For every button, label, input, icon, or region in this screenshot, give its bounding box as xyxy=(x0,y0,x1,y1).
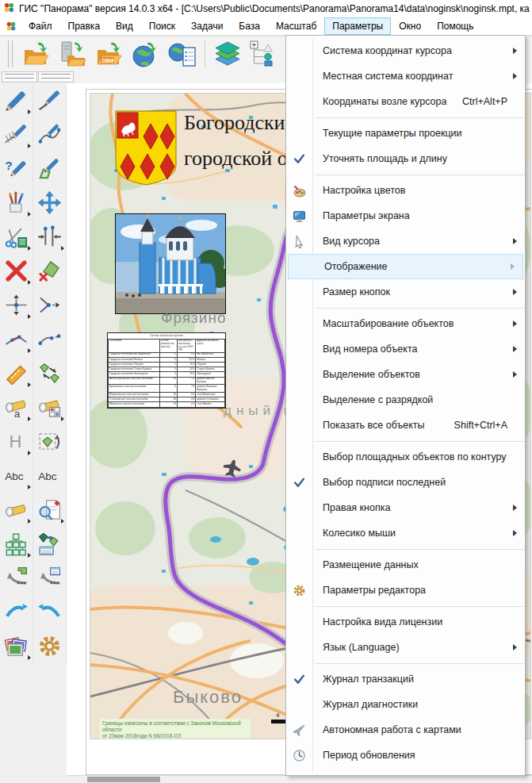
highlight-object-button[interactable] xyxy=(0,493,33,527)
redo-button[interactable] xyxy=(0,595,33,629)
menu-item-color-settings[interactable]: Настройка цветов xyxy=(286,178,525,203)
menu-item-diagnostics-log[interactable]: Журнал диагностики xyxy=(286,692,525,717)
menu-item-mouse-wheel[interactable]: Колесико мыши xyxy=(286,520,525,546)
menu-item-object-scaling[interactable]: Масштабирование объектов xyxy=(286,311,525,336)
measure-ruler-button[interactable] xyxy=(0,356,33,390)
menu-parameters[interactable]: Параметры xyxy=(324,17,391,35)
open-from-server-button[interactable] xyxy=(55,38,90,70)
draw-unknown-button[interactable]: ? xyxy=(0,152,33,186)
snap-points-button[interactable] xyxy=(33,220,67,254)
object-tree-button[interactable] xyxy=(0,527,33,561)
abc-text-icon: Abc xyxy=(4,463,29,488)
image-stack-button[interactable] xyxy=(0,629,33,663)
edit-spline-button[interactable] xyxy=(33,322,67,356)
undo-button[interactable] xyxy=(33,595,67,629)
menu-separator xyxy=(286,114,525,121)
polygons-panel-icon xyxy=(37,532,62,556)
svg-text:Abc: Abc xyxy=(5,470,24,482)
layers-icon xyxy=(212,40,243,68)
menu-item-right-button[interactable]: Правая кнопка xyxy=(286,495,525,520)
menu-item-offline-maps[interactable]: Автономная работа с картами xyxy=(286,717,525,743)
menu-item-cursor-view[interactable]: Вид курсора xyxy=(286,228,525,254)
menu-help[interactable]: Помощь xyxy=(429,17,481,35)
submenu-arrow-icon xyxy=(513,505,517,511)
menu-item-local-coord-system[interactable]: Местная система координат xyxy=(286,63,525,89)
align-vertex-button[interactable] xyxy=(0,288,33,322)
draw-polygon-button[interactable] xyxy=(33,152,67,186)
checkmark-icon xyxy=(293,673,306,686)
map-legend-button[interactable] xyxy=(247,38,281,70)
draw-slope-button[interactable] xyxy=(0,117,33,152)
undo-object-button[interactable] xyxy=(0,561,33,595)
open-folder-icon xyxy=(21,40,52,68)
menu-window[interactable]: Окно xyxy=(391,17,429,35)
scrollbar-thumb[interactable] xyxy=(87,777,160,782)
style-brushes-button[interactable] xyxy=(0,186,33,220)
horizontal-scrollbar[interactable] xyxy=(67,775,532,783)
highlight-grid-button[interactable] xyxy=(33,390,67,424)
menu-item-language[interactable]: Язык (Language) xyxy=(286,635,525,660)
delete-polygon-button[interactable] xyxy=(33,254,67,288)
text-abc-button[interactable]: Abc xyxy=(0,459,33,493)
open-map-button[interactable] xyxy=(19,38,54,70)
text-abc-2-button[interactable]: Abc xyxy=(33,459,67,493)
menu-item-editor-settings[interactable]: Параметры редактора xyxy=(286,578,525,603)
menu-file[interactable]: Файл xyxy=(21,17,60,35)
menu-item-data-placement[interactable]: Размещение данных xyxy=(286,552,525,578)
menu-item-show-all-objects[interactable]: Показать все объекты Shift+Ctrl+A xyxy=(286,413,525,438)
menu-scale[interactable]: Масштаб xyxy=(268,17,324,35)
draw-line-button[interactable] xyxy=(0,83,33,117)
menu-item-cursor-coord-system[interactable]: Система координат курсора xyxy=(286,38,525,63)
menu-item-screen-settings[interactable]: Параметры экрана xyxy=(286,203,525,228)
ruler-icon xyxy=(4,361,29,386)
menu-item-button-size[interactable]: Размер кнопок xyxy=(286,279,525,305)
menu-view[interactable]: Вид xyxy=(108,17,141,35)
submenu-arrow-icon xyxy=(513,73,517,79)
layer-list-button[interactable] xyxy=(210,38,245,70)
pencil-hatch-icon xyxy=(4,122,29,147)
menu-item-license-view-settings[interactable]: Настройка вида лицензии xyxy=(286,609,525,635)
internet-map-list-button[interactable] xyxy=(165,38,200,70)
menu-item-object-number-view[interactable]: Вид номера объекта xyxy=(286,336,525,362)
docked-toolbar-handle-2[interactable] xyxy=(38,71,74,83)
submenu-arrow-icon xyxy=(513,644,517,651)
swap-objects-button[interactable] xyxy=(33,356,67,390)
open-internet-map-button[interactable] xyxy=(128,38,163,70)
edit-vertex-button[interactable] xyxy=(33,288,67,322)
menu-search[interactable]: Поиск xyxy=(141,17,183,35)
checkmark-icon xyxy=(293,152,306,166)
parameters-dropdown-menu: Система координат курсора Местная систем… xyxy=(285,35,526,776)
toolbar-grip[interactable] xyxy=(8,40,13,67)
copy-objects-button[interactable] xyxy=(33,527,67,561)
menu-item-object-selection[interactable]: Выделение объектов xyxy=(286,362,525,387)
rotate-object-button[interactable] xyxy=(33,424,67,459)
cut-object-button[interactable] xyxy=(0,220,33,254)
letter-h-button[interactable]: H xyxy=(0,424,33,459)
menu-item-coords-near-cursor[interactable]: Координаты возле курсора Ctrl+Alt+P xyxy=(286,89,525,114)
delete-object-button[interactable] xyxy=(0,254,33,288)
menu-item-transaction-log[interactable]: Журнал транзакций xyxy=(286,666,525,692)
edit-segment-button[interactable] xyxy=(0,322,33,356)
undo-list-button[interactable] xyxy=(33,561,67,595)
app-menu-icon[interactable] xyxy=(2,17,21,35)
highlight-text-button[interactable]: a xyxy=(0,390,33,424)
menu-tasks[interactable]: Задачи xyxy=(183,17,231,35)
menu-database[interactable]: База xyxy=(231,17,268,35)
menu-item-refine-area-length[interactable]: Уточнять площадь и длину xyxy=(286,146,525,171)
menu-item-selection-spacing[interactable]: Выделение с разрядкой xyxy=(286,387,525,413)
menu-item-select-label-last[interactable]: Выбор подписи последней xyxy=(286,470,525,495)
menu-item-update-period[interactable]: Период обновления xyxy=(286,743,525,768)
docked-toolbar-handle[interactable] xyxy=(2,71,37,83)
draw-polyline-button[interactable] xyxy=(33,83,67,117)
menu-item-current-projection[interactable]: Текущие параметры проекции xyxy=(286,121,525,146)
open-database-button[interactable]: DBM xyxy=(92,38,127,70)
menu-edit[interactable]: Правка xyxy=(60,17,109,35)
submenu-arrow-icon xyxy=(513,371,517,378)
draw-spline-button[interactable] xyxy=(33,117,67,152)
menu-item-display[interactable]: Отображение xyxy=(288,254,523,279)
move-object-button[interactable] xyxy=(33,186,67,220)
editor-settings-button[interactable] xyxy=(33,629,67,663)
search-area-button[interactable] xyxy=(33,493,67,527)
pencil-polygon-icon xyxy=(37,156,62,181)
menu-item-area-selection-by-contour[interactable]: Выбор площадных объектов по контуру xyxy=(286,444,525,470)
